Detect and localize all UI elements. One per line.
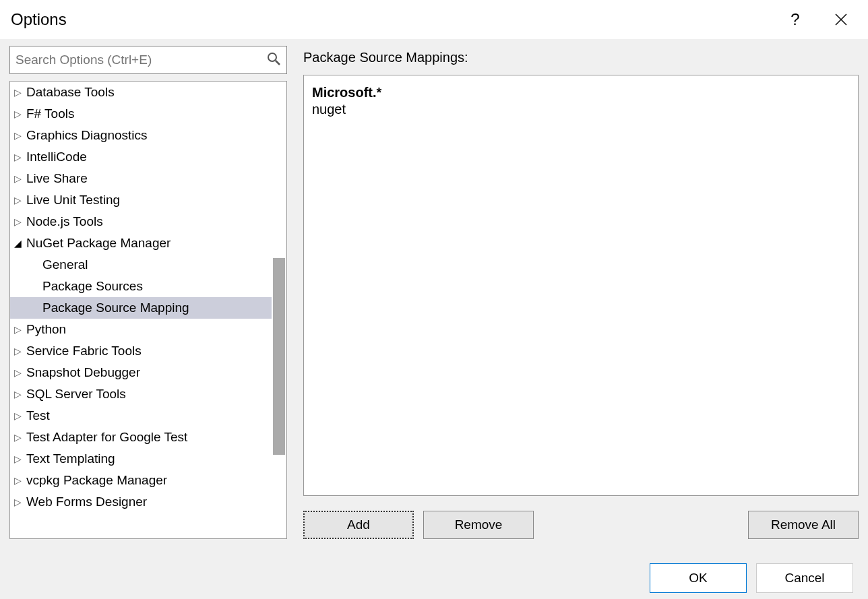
chevron-right-icon: ▷ [14, 216, 26, 227]
chevron-right-icon: ▷ [14, 108, 26, 119]
tree-node-label: F# Tools [26, 106, 74, 121]
chevron-down-icon: ◢ [14, 238, 26, 249]
add-button[interactable]: Add [303, 511, 414, 539]
tree-node[interactable]: ▷Snapshot Debugger [10, 362, 272, 383]
scrollbar-thumb[interactable] [273, 258, 285, 455]
chevron-right-icon: ▷ [14, 432, 26, 443]
chevron-right-icon: ▷ [14, 152, 26, 162]
chevron-right-icon: ▷ [14, 346, 26, 356]
help-icon: ? [790, 10, 799, 29]
tree-node[interactable]: ▷Web Forms Designer [10, 491, 272, 513]
tree-node[interactable]: ▷Live Unit Testing [10, 189, 272, 211]
tree-node-label: Live Unit Testing [26, 193, 120, 208]
tree-node[interactable]: ▷IntelliCode [10, 146, 272, 168]
tree-node[interactable]: ▷Live Share [10, 168, 272, 189]
tree-node-label: Snapshot Debugger [26, 365, 140, 380]
tree-node-label: Python [26, 322, 66, 337]
chevron-right-icon: ▷ [14, 173, 26, 184]
ok-button[interactable]: OK [650, 563, 747, 593]
chevron-right-icon: ▷ [14, 497, 26, 507]
tree-node[interactable]: ▷F# Tools [10, 103, 272, 125]
tree-node[interactable]: Package Source Mapping [10, 297, 272, 319]
tree-node[interactable]: ▷SQL Server Tools [10, 383, 272, 405]
tree-node-label: vcpkg Package Manager [26, 473, 167, 488]
close-icon [834, 13, 848, 26]
tree-node[interactable]: Package Sources [10, 276, 272, 297]
search-box[interactable] [9, 46, 287, 74]
chevron-right-icon: ▷ [14, 130, 26, 141]
tree-node[interactable]: ▷vcpkg Package Manager [10, 470, 272, 491]
search-icon [266, 51, 281, 69]
chevron-right-icon: ▷ [14, 367, 26, 378]
chevron-right-icon: ▷ [14, 87, 26, 98]
tree-node-label: Package Sources [42, 279, 143, 294]
tree-node[interactable]: General [10, 254, 272, 276]
tree-node[interactable]: ▷Test [10, 405, 272, 427]
panel-heading: Package Source Mappings: [303, 50, 859, 65]
tree-node-label: Test Adapter for Google Test [26, 430, 187, 445]
tree-node-label: Package Source Mapping [42, 301, 189, 315]
tree-node[interactable]: ▷Node.js Tools [10, 211, 272, 232]
chevron-right-icon: ▷ [14, 195, 26, 206]
mapping-source: nuget [312, 102, 850, 117]
tree-node-label: NuGet Package Manager [26, 236, 170, 251]
tree-node[interactable]: ▷Service Fabric Tools [10, 340, 272, 362]
tree-node-label: Node.js Tools [26, 214, 103, 229]
chevron-right-icon: ▷ [14, 389, 26, 400]
tree-scrollbar[interactable] [273, 82, 285, 538]
tree-node-label: Database Tools [26, 85, 115, 100]
tree-node[interactable]: ◢NuGet Package Manager [10, 232, 272, 254]
tree-node[interactable]: ▷Database Tools [10, 82, 272, 103]
chevron-right-icon: ▷ [14, 453, 26, 464]
tree-node-label: Graphics Diagnostics [26, 128, 148, 143]
chevron-right-icon: ▷ [14, 410, 26, 421]
svg-point-2 [268, 53, 276, 61]
tree-node-label: Web Forms Designer [26, 495, 147, 509]
mapping-pattern: Microsoft.* [312, 85, 850, 100]
remove-button[interactable]: Remove [423, 511, 534, 539]
tree-node-label: Text Templating [26, 451, 115, 466]
tree-node[interactable]: ▷Graphics Diagnostics [10, 125, 272, 146]
tree-node-label: IntelliCode [26, 150, 87, 164]
remove-all-button[interactable]: Remove All [748, 511, 859, 539]
tree-node-label: Test [26, 408, 50, 423]
chevron-right-icon: ▷ [14, 475, 26, 486]
tree-node[interactable]: ▷Text Templating [10, 448, 272, 470]
search-input[interactable] [16, 53, 266, 67]
titlebar: Options ? [0, 0, 868, 39]
tree-node[interactable]: ▷Test Adapter for Google Test [10, 427, 272, 448]
tree-node-label: SQL Server Tools [26, 387, 126, 402]
mapping-item[interactable]: Microsoft.* nuget [312, 85, 850, 117]
window-title: Options [11, 10, 779, 29]
tree-node-label: Live Share [26, 171, 88, 186]
tree-node-label: Service Fabric Tools [26, 344, 142, 358]
mappings-list[interactable]: Microsoft.* nuget [303, 75, 859, 496]
close-button[interactable] [825, 3, 857, 36]
tree-node[interactable]: ▷Python [10, 319, 272, 340]
help-button[interactable]: ? [779, 3, 811, 36]
tree-node-label: General [42, 257, 88, 272]
svg-line-3 [276, 61, 280, 65]
cancel-button[interactable]: Cancel [756, 563, 853, 593]
chevron-right-icon: ▷ [14, 324, 26, 335]
options-tree: ▷Database Tools▷F# Tools▷Graphics Diagno… [9, 81, 287, 539]
